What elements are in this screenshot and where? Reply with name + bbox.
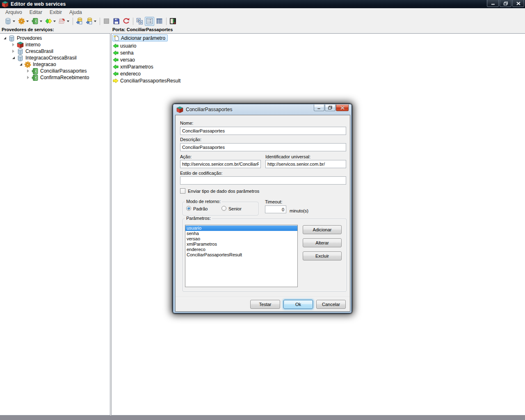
- parameter-button[interactable]: [44, 17, 57, 26]
- estilo-field[interactable]: [180, 176, 346, 185]
- padrao-radio-label: Padrão: [193, 206, 208, 211]
- toolbar: [0, 16, 525, 26]
- gear-icon: [24, 61, 31, 68]
- tree-item-integracaocrescabrasil[interactable]: IntegracaoCrescaBrasil: [0, 55, 110, 61]
- menu-arquivo[interactable]: Arquivo: [2, 9, 26, 16]
- identificador-field[interactable]: [265, 160, 346, 168]
- dialog-close-button[interactable]: [336, 105, 349, 111]
- menu-exibir[interactable]: Exibir: [46, 9, 66, 16]
- exit-button[interactable]: [168, 17, 178, 26]
- toolbar-separator: [166, 18, 167, 25]
- database-icon: [17, 48, 24, 55]
- service-icon: [32, 74, 39, 81]
- table-view-button[interactable]: [155, 17, 164, 26]
- testar-button[interactable]: Testar: [250, 300, 280, 309]
- port-button[interactable]: [30, 17, 43, 26]
- provider-button[interactable]: [3, 17, 16, 26]
- parametros-listbox[interactable]: usuario senha versao xmlParametros ender…: [185, 225, 298, 287]
- parametro-row-usuario[interactable]: usuario: [185, 226, 297, 231]
- menu-ajuda[interactable]: Ajuda: [66, 9, 86, 16]
- close-button[interactable]: [512, 0, 524, 7]
- import-provider-button[interactable]: [75, 17, 84, 26]
- expand-toggle-icon[interactable]: [26, 69, 30, 73]
- service-icon: [32, 68, 39, 75]
- timeout-field[interactable]: [265, 205, 286, 213]
- exit-icon: [169, 18, 176, 25]
- detail-view-icon: [136, 18, 143, 25]
- expand-toggle-icon[interactable]: [11, 43, 16, 46]
- enviar-tipo-checkbox[interactable]: [180, 188, 185, 194]
- footer-separator: [176, 297, 350, 298]
- list-item-senha[interactable]: senha: [112, 50, 525, 57]
- expand-toggle-icon[interactable]: [11, 50, 16, 53]
- list-item-versao[interactable]: versao: [112, 57, 525, 64]
- grid-edit-button[interactable]: [57, 17, 71, 26]
- list-view-button[interactable]: [145, 17, 154, 26]
- enviar-tipo-label: Enviar tipo de dado dos parâmetros: [188, 189, 259, 194]
- toolbar-separator: [100, 18, 100, 25]
- revert-button[interactable]: [121, 17, 131, 26]
- dropdown-arrow-icon: [94, 21, 96, 22]
- adicionar-button[interactable]: Adicionar: [303, 225, 342, 234]
- dropdown-arrow-icon: [67, 21, 69, 22]
- dropdown-arrow-icon: [53, 21, 56, 22]
- senior-radio[interactable]: [221, 206, 226, 211]
- detail-view-button[interactable]: [135, 17, 144, 26]
- list-item-endereco[interactable]: endereco: [112, 71, 525, 78]
- padrao-radio[interactable]: [186, 206, 191, 211]
- tree-item-interno[interactable]: interno: [0, 41, 110, 48]
- app-cube-icon: [17, 41, 24, 48]
- excluir-button[interactable]: Excluir: [303, 251, 342, 260]
- cancelar-button[interactable]: Cancelar: [316, 300, 346, 309]
- stop-button: [102, 17, 111, 26]
- service-button[interactable]: [17, 17, 30, 26]
- nome-field[interactable]: [180, 127, 346, 135]
- save-button[interactable]: [112, 17, 121, 26]
- tree-item-confirmarecebimento[interactable]: ConfirmaRecebimento: [0, 74, 110, 81]
- list-item-xmlparametros[interactable]: xmlParametros: [112, 64, 525, 71]
- nome-label: Nome:: [180, 121, 193, 126]
- tree-item-provedores[interactable]: Provedores: [0, 35, 110, 41]
- expand-toggle-icon[interactable]: [2, 37, 7, 39]
- ok-button[interactable]: Ok: [283, 300, 313, 309]
- parametro-row-conciliarpassaportesresult[interactable]: ConciliarPassaportesResult: [185, 252, 297, 258]
- list-item-adicionar-parametro[interactable]: Adicionar parâmetro: [112, 34, 168, 41]
- editor-window: Editor de web services Arquivo Editar Ex…: [0, 0, 525, 420]
- tree-item-conciliarpassaportes[interactable]: ConciliarPassaportes: [0, 68, 110, 74]
- descricao-field[interactable]: [180, 143, 346, 151]
- dialog-minimize-button[interactable]: [314, 105, 324, 111]
- window-titlebar: Editor de web services: [0, 0, 525, 8]
- alterar-button[interactable]: Alterar: [303, 238, 342, 247]
- import-provider-alt-icon: [86, 18, 93, 25]
- dropdown-arrow-icon: [40, 21, 42, 22]
- modo-retorno-label: Modo de retorno:: [185, 199, 222, 204]
- expand-toggle-icon[interactable]: [18, 63, 23, 66]
- list-view-icon: [146, 18, 153, 25]
- toolbar-separator: [133, 18, 133, 25]
- providers-header: Provedores de serviços:: [2, 27, 54, 32]
- expand-toggle-icon[interactable]: [11, 57, 16, 59]
- list-item-usuario[interactable]: usuario: [112, 43, 525, 50]
- revert-icon: [123, 18, 130, 25]
- tree-item-integracao[interactable]: Integracao: [0, 61, 110, 68]
- provider-icon: [5, 18, 11, 25]
- identificador-label: Identificador universal:: [265, 154, 310, 159]
- senior-radio-label: Senior: [228, 206, 242, 211]
- dialog-title: ConciliarPassaportes: [186, 107, 232, 112]
- port-icon: [32, 18, 39, 25]
- minimize-button[interactable]: [487, 0, 499, 7]
- parametro-row-versao[interactable]: versao: [185, 236, 297, 242]
- list-item-conciliarpassaportesresult[interactable]: ConciliarPassaportesResult: [112, 78, 525, 84]
- acao-field[interactable]: [180, 160, 261, 168]
- dialog-restore-button[interactable]: [325, 105, 336, 111]
- restore-button[interactable]: [500, 0, 511, 7]
- menu-editar[interactable]: Editar: [26, 9, 46, 16]
- expand-toggle-icon[interactable]: [26, 76, 30, 79]
- window-title: Editor de web services: [11, 1, 66, 7]
- parametro-row-senha[interactable]: senha: [185, 231, 297, 236]
- import-provider-alt-button[interactable]: [84, 17, 98, 26]
- parametro-row-endereco[interactable]: endereco: [185, 247, 297, 252]
- dropdown-arrow-icon: [13, 21, 15, 22]
- parametro-row-xmlparametros[interactable]: xmlParametros: [185, 242, 297, 247]
- tree-item-crescabrasil[interactable]: CrescaBrasil: [0, 48, 110, 55]
